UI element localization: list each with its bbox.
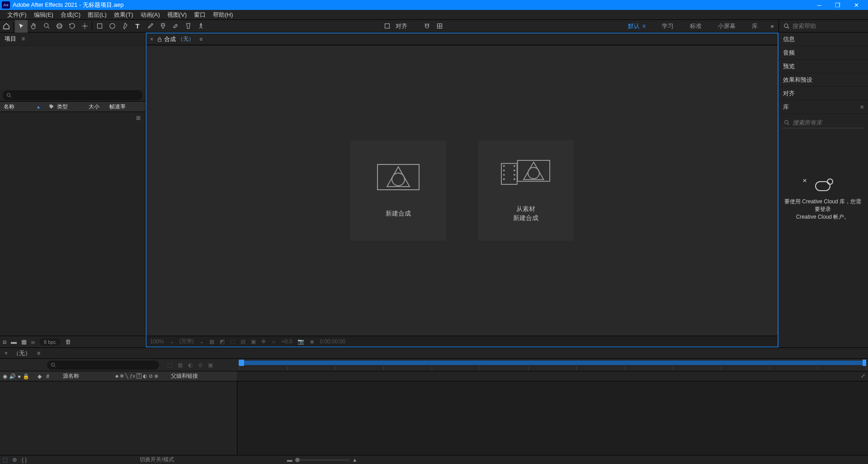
exposure-icon[interactable]: ☼	[271, 338, 276, 345]
motion-blur-icon[interactable]: ◐	[188, 362, 193, 368]
workspace-library[interactable]: 库	[744, 20, 766, 33]
zoom-tool[interactable]	[40, 20, 53, 33]
from-footage-card[interactable]: 从素材 新建合成	[478, 141, 574, 241]
speaker-icon[interactable]: 🔊	[9, 373, 16, 380]
panel-library[interactable]: 库≡	[778, 100, 868, 114]
brackets-icon[interactable]: { }	[22, 457, 27, 463]
zoom-thumb[interactable]	[295, 458, 300, 462]
menu-file[interactable]: 文件(F)	[4, 9, 30, 20]
exposure-value[interactable]: +0.0	[282, 338, 292, 345]
panel-audio[interactable]: 音频	[778, 46, 868, 60]
graph-editor-icon[interactable]: ⊘	[198, 362, 203, 368]
mask-icon[interactable]: ◩	[220, 338, 225, 345]
folder-icon[interactable]: ▬	[11, 338, 17, 345]
timeline-tab-menu[interactable]: ≡	[37, 350, 40, 356]
solo-icon[interactable]: ●	[18, 373, 21, 380]
col-name[interactable]: 名称▴	[4, 103, 49, 111]
col-size[interactable]: 大小	[89, 103, 109, 111]
project-search[interactable]	[3, 90, 142, 100]
comp-marker-icon[interactable]: ⬚	[167, 362, 172, 368]
settings-icon[interactable]: ⎂	[31, 338, 35, 345]
comp-tab-name[interactable]: 合成	[164, 35, 176, 43]
hand-tool[interactable]	[28, 20, 40, 33]
col-parent[interactable]: 父级和链接	[166, 372, 203, 380]
renderer-icon[interactable]: ❋	[261, 338, 266, 345]
close-button[interactable]: ✕	[854, 2, 859, 9]
layer-list[interactable]	[0, 381, 237, 455]
panel-align[interactable]: 对齐	[778, 87, 868, 100]
zoom-level[interactable]: 100%	[150, 338, 164, 345]
menu-animation[interactable]: 动画(A)	[137, 9, 164, 20]
timecode[interactable]: 0:00:00:00	[320, 338, 345, 345]
roto-tool[interactable]	[182, 20, 194, 33]
col-fps[interactable]: 帧速率	[109, 103, 126, 111]
trash-icon[interactable]: 🗑	[65, 338, 71, 345]
puppet-tool[interactable]	[194, 20, 207, 33]
menu-window[interactable]: 窗口	[190, 9, 209, 20]
selection-tool[interactable]	[15, 20, 28, 33]
draft-3d-icon[interactable]: ▣	[208, 362, 213, 368]
snap-grid-icon[interactable]	[434, 20, 446, 33]
expand-icon[interactable]: ⤢	[861, 373, 865, 379]
project-tab[interactable]: 项目	[5, 35, 16, 43]
timeline-search[interactable]	[47, 361, 159, 370]
grid-icon[interactable]: ▦	[209, 338, 214, 345]
close-icon[interactable]: ✕	[802, 178, 807, 184]
menu-composition[interactable]: 合成(C)	[57, 9, 84, 20]
timeline-zoom[interactable]: ▬ ▲	[287, 457, 358, 463]
library-search-input[interactable]	[793, 119, 856, 126]
menu-view[interactable]: 视图(V)	[164, 9, 190, 20]
brush-tool[interactable]	[144, 20, 156, 33]
panel-info[interactable]: 信息	[778, 33, 868, 46]
search-help-box[interactable]	[778, 20, 868, 33]
rectangle-tool[interactable]	[93, 20, 106, 33]
track-area[interactable]	[237, 381, 868, 455]
snap-icon[interactable]	[421, 20, 434, 33]
bpc-label[interactable]: 8 bpc	[39, 338, 61, 346]
new-comp-icon[interactable]: ▦	[21, 338, 27, 345]
search-help-input[interactable]	[793, 23, 856, 29]
toggle-switches-icon[interactable]: ⚙	[12, 457, 17, 463]
workspace-small[interactable]: 小屏幕	[710, 20, 744, 33]
home-button[interactable]	[0, 20, 13, 33]
text-tool[interactable]: T	[131, 20, 144, 33]
pen-tool[interactable]	[118, 20, 131, 33]
workspace-learn[interactable]: 学习	[654, 20, 682, 33]
project-item-list[interactable]: ⊞	[0, 112, 145, 336]
col-switches[interactable]: ♣ ❉ ╲ ƒx 🅃 ◐ ⊘ ⊕	[115, 373, 158, 379]
col-type[interactable]: 类型	[57, 103, 89, 111]
flowchart-icon[interactable]: ⊞	[136, 115, 141, 121]
menu-effect[interactable]: 效果(T)	[110, 9, 137, 20]
lock-icon[interactable]	[157, 37, 162, 42]
render-queue-icon[interactable]: ⬚	[3, 457, 8, 463]
panel-effects[interactable]: 效果和预设	[778, 73, 868, 87]
frame-blend-icon[interactable]: ▦	[178, 362, 183, 368]
orbit-tool[interactable]	[53, 20, 66, 33]
clone-tool[interactable]	[156, 20, 169, 33]
snapshot-icon[interactable]: 📷	[297, 338, 304, 345]
panel-preview[interactable]: 预览	[778, 60, 868, 73]
col-label-icon[interactable]	[49, 104, 57, 109]
comp-tab-menu[interactable]: ≡	[199, 36, 203, 42]
comp-tab-close[interactable]: ×	[150, 36, 153, 42]
lock-icon[interactable]: 🔒	[23, 373, 29, 380]
ellipse-tool[interactable]	[106, 20, 118, 33]
menu-edit[interactable]: 编辑(E)	[30, 9, 57, 20]
rotate-tool[interactable]	[66, 20, 78, 33]
timeline-ruler[interactable]	[237, 359, 868, 371]
roi-icon[interactable]: ⬚	[230, 338, 235, 345]
label-col-icon[interactable]: ◆	[38, 373, 42, 380]
new-composition-card[interactable]: 新建合成	[350, 141, 446, 241]
mode-toggle-label[interactable]: 切换开关/模式	[140, 456, 174, 464]
channels-icon[interactable]: ◉	[310, 338, 314, 345]
minimize-button[interactable]: ─	[817, 2, 821, 9]
playhead[interactable]	[239, 360, 244, 366]
workspace-overflow[interactable]: »	[766, 20, 778, 33]
interpret-footage-icon[interactable]: ⧈	[3, 338, 6, 346]
resolution[interactable]: (完整)	[179, 337, 194, 345]
eraser-tool[interactable]	[169, 20, 182, 33]
timeline-tab-name[interactable]: （无）	[13, 349, 31, 357]
maximize-button[interactable]: ❐	[835, 2, 840, 9]
library-search[interactable]	[782, 117, 864, 128]
3d-icon[interactable]: ▣	[251, 338, 256, 345]
